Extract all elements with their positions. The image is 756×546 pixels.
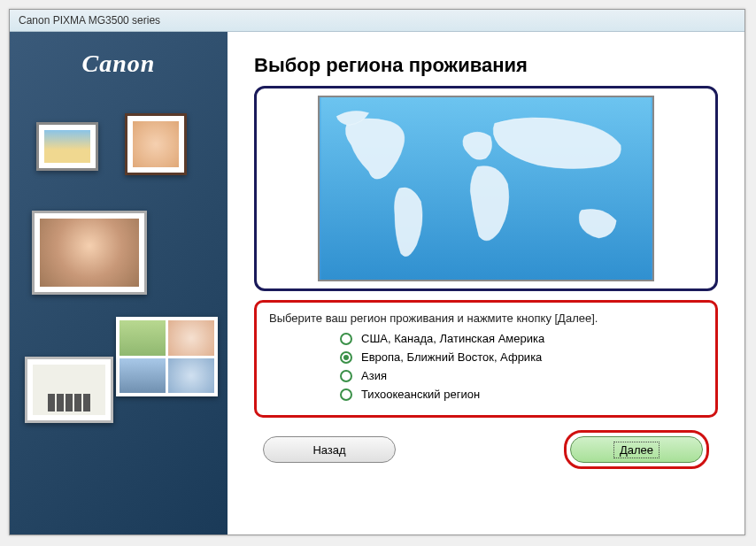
radio-label: США, Канада, Латинская Америка xyxy=(361,332,544,345)
window-titlebar: Canon PIXMA MG3500 series xyxy=(10,10,744,32)
region-option-pacific[interactable]: Тихоокеанский регион xyxy=(340,388,703,401)
back-button[interactable]: Назад xyxy=(263,436,396,463)
photo-frame xyxy=(25,357,113,423)
radio-icon xyxy=(340,333,352,345)
options-highlight-box: Выберите ваш регион проживания и нажмите… xyxy=(254,300,718,418)
world-map-image xyxy=(318,96,654,281)
region-option-asia[interactable]: Азия xyxy=(340,369,703,382)
brand-logo: Canon xyxy=(10,50,228,78)
next-button-label: Далее xyxy=(613,442,660,458)
installer-window: Canon PIXMA MG3500 series Canon Выбор ре… xyxy=(9,9,745,535)
page-title: Выбор региона проживания xyxy=(254,54,718,77)
radio-icon xyxy=(340,351,352,364)
instruction-text: Выберите ваш регион проживания и нажмите… xyxy=(269,311,703,325)
radio-label: Тихоокеанский регион xyxy=(361,388,480,401)
sidebar: Canon xyxy=(10,32,228,534)
photo-frame xyxy=(32,211,147,295)
window-content: Canon Выбор региона проживания xyxy=(10,32,744,534)
region-option-americas[interactable]: США, Канада, Латинская Америка xyxy=(340,332,703,345)
main-panel: Выбор региона проживания xyxy=(228,32,744,534)
next-highlight-box: Далее xyxy=(564,430,709,469)
next-button[interactable]: Далее xyxy=(570,436,703,463)
region-option-emea[interactable]: Европа, Ближний Восток, Африка xyxy=(340,350,703,364)
photo-frame xyxy=(36,122,98,171)
photo-frame xyxy=(116,317,218,396)
radio-label: Европа, Ближний Восток, Африка xyxy=(361,350,542,364)
radio-icon xyxy=(340,370,352,382)
decorative-frames xyxy=(10,96,228,494)
radio-icon xyxy=(340,388,352,401)
map-highlight-box xyxy=(254,86,718,291)
radio-label: Азия xyxy=(361,369,387,382)
button-row: Назад Далее xyxy=(254,430,718,469)
photo-frame xyxy=(125,113,187,175)
region-radio-group: США, Канада, Латинская Америка Европа, Б… xyxy=(340,332,703,401)
